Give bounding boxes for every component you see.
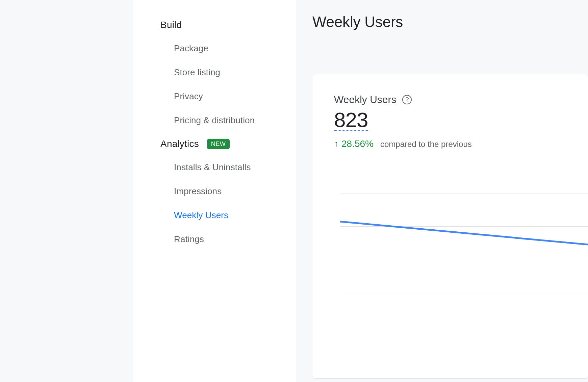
- chart-svg: [340, 161, 588, 330]
- left-gutter: [0, 0, 133, 382]
- delta-percent: 28.56%: [341, 138, 374, 149]
- delta-caption: compared to the previous: [380, 139, 472, 149]
- sidebar-item-label: Privacy: [174, 91, 203, 101]
- card-header: Weekly Users ?: [334, 94, 588, 105]
- sidebar-item-label: Weekly Users: [174, 210, 228, 220]
- arrow-up-icon: ↑: [334, 139, 339, 149]
- sidebar-item-pricing-distribution[interactable]: Pricing & distribution: [133, 108, 296, 132]
- sidebar-item-impressions[interactable]: Impressions: [133, 179, 296, 203]
- sidebar-item-store-listing[interactable]: Store listing: [133, 60, 296, 84]
- weekly-users-value: 823: [334, 109, 368, 131]
- sidebar-item-label: Pricing & distribution: [174, 115, 255, 125]
- sidebar-item-label: Ratings: [174, 234, 204, 244]
- card-title: Weekly Users: [334, 94, 396, 105]
- sidebar-item-weekly-users[interactable]: Weekly Users: [133, 203, 296, 227]
- weekly-users-chart: [340, 161, 588, 330]
- sidebar-item-privacy[interactable]: Privacy: [133, 84, 296, 108]
- new-badge: NEW: [207, 139, 230, 149]
- sidebar-item-label: Installs & Uninstalls: [174, 162, 251, 172]
- sidebar-section-title: Analytics: [160, 138, 199, 149]
- sidebar-item-package[interactable]: Package: [133, 36, 296, 60]
- sidebar: Build Package Store listing Privacy Pric…: [133, 0, 296, 382]
- help-icon[interactable]: ?: [402, 95, 412, 104]
- chart-line: [340, 222, 588, 245]
- sidebar-item-label: Impressions: [174, 186, 222, 196]
- delta-value: ↑ 28.56%: [334, 138, 374, 149]
- delta-row: ↑ 28.56% compared to the previous: [334, 138, 588, 149]
- page-title: Weekly Users: [312, 14, 588, 30]
- sidebar-item-installs-uninstalls[interactable]: Installs & Uninstalls: [133, 155, 296, 179]
- sidebar-section-analytics: Analytics NEW: [133, 132, 296, 155]
- sidebar-item-label: Package: [174, 43, 208, 53]
- main-content: Weekly Users Weekly Users ? 823 ↑ 28.56%…: [296, 0, 588, 382]
- sidebar-section-build: Build: [133, 14, 296, 36]
- sidebar-item-ratings[interactable]: Ratings: [133, 227, 296, 251]
- weekly-users-card: Weekly Users ? 823 ↑ 28.56% compared to …: [312, 74, 588, 378]
- sidebar-section-title: Build: [160, 20, 182, 30]
- sidebar-item-label: Store listing: [174, 67, 220, 77]
